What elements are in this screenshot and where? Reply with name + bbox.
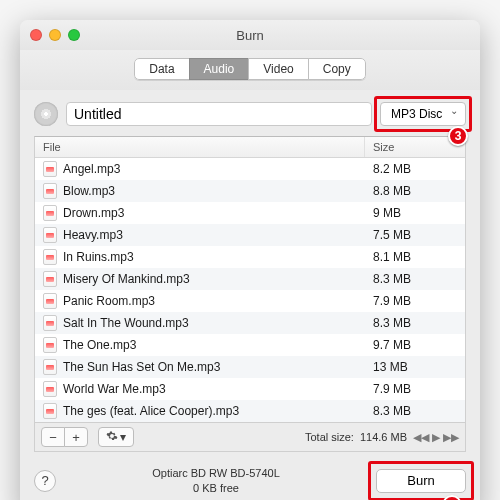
file-name: Blow.mp3: [63, 184, 115, 198]
options-button[interactable]: ▾: [98, 427, 134, 447]
file-name: The One.mp3: [63, 338, 136, 352]
table-row[interactable]: Blow.mp38.8 MB: [35, 180, 465, 202]
file-name: The ges (feat. Alice Cooper).mp3: [63, 404, 239, 418]
total-size-value: 114.6 MB: [360, 431, 407, 443]
file-name: Heavy.mp3: [63, 228, 123, 242]
disc-title-input[interactable]: [66, 102, 372, 126]
total-size-label: Total size:: [305, 431, 354, 443]
transport-controls: ◀◀ ▶ ▶▶: [413, 431, 459, 444]
tab-bar: Data Audio Video Copy: [20, 50, 480, 90]
table-row[interactable]: The One.mp39.7 MB: [35, 334, 465, 356]
table-row[interactable]: In Ruins.mp38.1 MB: [35, 246, 465, 268]
table-row[interactable]: The ges (feat. Alice Cooper).mp38.3 MB: [35, 400, 465, 422]
table-row[interactable]: Misery Of Mankind.mp38.3 MB: [35, 268, 465, 290]
audio-file-icon: [43, 315, 57, 331]
file-name: The Sun Has Set On Me.mp3: [63, 360, 220, 374]
audio-file-icon: [43, 183, 57, 199]
minimize-icon[interactable]: [49, 29, 61, 41]
file-cell: Angel.mp3: [35, 158, 365, 180]
file-name: Angel.mp3: [63, 162, 120, 176]
table-row[interactable]: Salt In The Wound.mp38.3 MB: [35, 312, 465, 334]
disc-title-row: MP3 Disc 3: [34, 102, 466, 126]
tab-audio[interactable]: Audio: [189, 58, 250, 80]
file-size: 8.3 MB: [365, 268, 465, 290]
gear-icon: [106, 430, 118, 445]
audio-file-icon: [43, 381, 57, 397]
file-size: 13 MB: [365, 356, 465, 378]
add-button[interactable]: +: [64, 427, 88, 447]
tab-data[interactable]: Data: [134, 58, 189, 80]
column-file[interactable]: File: [35, 137, 365, 157]
file-size: 8.3 MB: [365, 400, 465, 422]
burn-wrapper: Burn 4: [376, 469, 466, 493]
prev-track-icon[interactable]: ◀◀: [413, 431, 429, 444]
file-cell: Drown.mp3: [35, 202, 365, 224]
audio-file-icon: [43, 205, 57, 221]
table-row[interactable]: Panic Room.mp37.9 MB: [35, 290, 465, 312]
totals: Total size: 114.6 MB ◀◀ ▶ ▶▶: [305, 431, 459, 444]
footer: ? Optiarc BD RW BD-5740L 0 KB free Burn …: [20, 452, 480, 500]
file-size: 9.7 MB: [365, 334, 465, 356]
file-cell: In Ruins.mp3: [35, 246, 365, 268]
zoom-icon[interactable]: [68, 29, 80, 41]
disc-type-select[interactable]: MP3 Disc: [380, 102, 466, 126]
content-area: MP3 Disc 3 File Size Angel.mp38.2 MBBlow…: [20, 90, 480, 452]
file-size: 8.1 MB: [365, 246, 465, 268]
audio-file-icon: [43, 271, 57, 287]
file-cell: World War Me.mp3: [35, 378, 365, 400]
table-row[interactable]: Angel.mp38.2 MB: [35, 158, 465, 180]
help-button[interactable]: ?: [34, 470, 56, 492]
add-remove-group: − +: [41, 427, 88, 447]
audio-file-icon: [43, 227, 57, 243]
file-name: Panic Room.mp3: [63, 294, 155, 308]
file-size: 7.9 MB: [365, 378, 465, 400]
titlebar: Burn: [20, 20, 480, 50]
drive-info: Optiarc BD RW BD-5740L 0 KB free: [56, 466, 376, 496]
file-cell: Misery Of Mankind.mp3: [35, 268, 365, 290]
close-icon[interactable]: [30, 29, 42, 41]
file-size: 7.5 MB: [365, 224, 465, 246]
audio-file-icon: [43, 359, 57, 375]
file-cell: Heavy.mp3: [35, 224, 365, 246]
file-size: 8.2 MB: [365, 158, 465, 180]
next-track-icon[interactable]: ▶▶: [443, 431, 459, 444]
audio-file-icon: [43, 403, 57, 419]
table-row[interactable]: World War Me.mp37.9 MB: [35, 378, 465, 400]
file-size: 8.3 MB: [365, 312, 465, 334]
file-name: In Ruins.mp3: [63, 250, 134, 264]
file-name: World War Me.mp3: [63, 382, 166, 396]
app-window: Burn Data Audio Video Copy MP3 Disc 3 Fi…: [20, 20, 480, 500]
file-cell: Salt In The Wound.mp3: [35, 312, 365, 334]
file-size: 9 MB: [365, 202, 465, 224]
drive-free: 0 KB free: [56, 481, 376, 496]
file-size: 8.8 MB: [365, 180, 465, 202]
tab-copy[interactable]: Copy: [308, 58, 366, 80]
audio-file-icon: [43, 161, 57, 177]
file-table: File Size Angel.mp38.2 MBBlow.mp38.8 MBD…: [34, 136, 466, 423]
tab-video[interactable]: Video: [248, 58, 308, 80]
table-row[interactable]: Heavy.mp37.5 MB: [35, 224, 465, 246]
table-header: File Size: [35, 137, 465, 158]
table-row[interactable]: Drown.mp39 MB: [35, 202, 465, 224]
window-title: Burn: [20, 28, 480, 43]
table-row[interactable]: The Sun Has Set On Me.mp313 MB: [35, 356, 465, 378]
file-name: Misery Of Mankind.mp3: [63, 272, 190, 286]
file-name: Salt In The Wound.mp3: [63, 316, 189, 330]
remove-button[interactable]: −: [41, 427, 65, 447]
table-toolbar: − + ▾ Total size: 114.6 MB ◀◀ ▶ ▶▶: [34, 423, 466, 452]
disc-type-wrapper: MP3 Disc 3: [380, 102, 466, 126]
file-size: 7.9 MB: [365, 290, 465, 312]
play-icon[interactable]: ▶: [432, 431, 440, 444]
table-body: Angel.mp38.2 MBBlow.mp38.8 MBDrown.mp39 …: [35, 158, 465, 422]
window-controls: [30, 29, 80, 41]
file-cell: The Sun Has Set On Me.mp3: [35, 356, 365, 378]
audio-file-icon: [43, 249, 57, 265]
disc-icon: [34, 102, 58, 126]
audio-file-icon: [43, 293, 57, 309]
burn-button[interactable]: Burn: [376, 469, 466, 493]
file-cell: The One.mp3: [35, 334, 365, 356]
segmented-control: Data Audio Video Copy: [134, 58, 366, 80]
callout-badge-3: 3: [448, 126, 468, 146]
file-cell: Blow.mp3: [35, 180, 365, 202]
file-cell: Panic Room.mp3: [35, 290, 365, 312]
